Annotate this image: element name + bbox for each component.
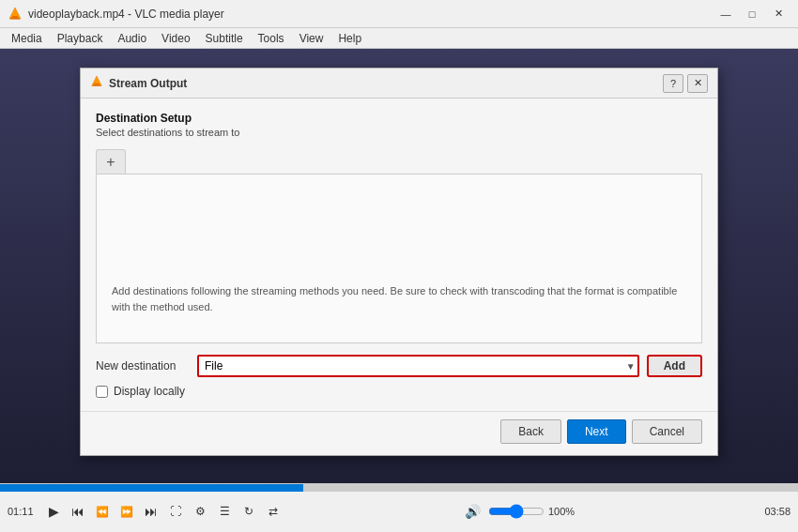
next-button[interactable]: ⏩ bbox=[115, 500, 138, 523]
progress-bar[interactable] bbox=[0, 484, 798, 492]
volume-percent: 100% bbox=[548, 506, 582, 517]
display-locally-checkbox[interactable] bbox=[96, 386, 108, 398]
dialog-help-button[interactable]: ? bbox=[663, 74, 683, 93]
add-destination-button[interactable]: Add bbox=[647, 355, 702, 377]
maximize-button[interactable]: □ bbox=[740, 5, 764, 23]
random-button[interactable]: ⇄ bbox=[262, 500, 284, 523]
menu-media[interactable]: Media bbox=[4, 30, 50, 47]
section-subtitle: Select destinations to stream to bbox=[96, 127, 702, 138]
tab-bar: + bbox=[96, 149, 702, 175]
extended-settings-button[interactable]: ⚙ bbox=[189, 500, 211, 523]
dialog-title: Stream Output bbox=[109, 77, 663, 90]
destination-select-wrapper: File Display HTTP MMS RTP RTSP UDP ▼ bbox=[197, 355, 639, 377]
dialog-controls: ? ✕ bbox=[663, 74, 708, 93]
dialog-content: Destination Setup Select destinations to… bbox=[81, 99, 717, 411]
new-destination-row: New destination File Display HTTP MMS RT… bbox=[96, 355, 702, 377]
menu-bar: Media Playback Audio Video Subtitle Tool… bbox=[0, 28, 798, 49]
dialog-close-button[interactable]: ✕ bbox=[687, 74, 708, 93]
svg-rect-2 bbox=[10, 18, 20, 20]
window-close-button[interactable]: ✕ bbox=[766, 5, 790, 23]
player-bar: 01:11 ▶ ⏮ ⏪ ⏩ ⏭ ⛶ ⚙ ☰ ↻ ⇄ 🔊 100% 03:58 bbox=[0, 483, 798, 532]
volume-slider[interactable] bbox=[488, 504, 545, 519]
player-controls: 01:11 ▶ ⏮ ⏪ ⏩ ⏭ ⛶ ⚙ ☰ ↻ ⇄ 🔊 100% 03:58 bbox=[0, 492, 798, 531]
loop-button[interactable]: ↻ bbox=[238, 500, 260, 523]
total-time: 03:58 bbox=[757, 506, 790, 517]
prev-button[interactable]: ⏪ bbox=[91, 500, 114, 523]
destination-select[interactable]: File Display HTTP MMS RTP RTSP UDP bbox=[197, 355, 639, 377]
add-tab-icon: + bbox=[106, 154, 115, 171]
stream-output-dialog: Stream Output ? ✕ Destination Setup Sele… bbox=[80, 68, 718, 456]
menu-audio[interactable]: Audio bbox=[110, 30, 154, 47]
app-icon bbox=[8, 7, 23, 22]
menu-subtitle[interactable]: Subtitle bbox=[198, 30, 251, 47]
display-locally-label[interactable]: Display locally bbox=[114, 385, 185, 398]
svg-rect-4 bbox=[94, 84, 99, 85]
next-button[interactable]: Next bbox=[567, 419, 626, 444]
add-tab-button[interactable]: + bbox=[96, 149, 126, 174]
svg-rect-5 bbox=[93, 85, 101, 86]
menu-view[interactable]: View bbox=[292, 30, 331, 47]
dialog-title-bar: Stream Output ? ✕ bbox=[81, 68, 717, 99]
mute-button[interactable]: 🔊 bbox=[461, 500, 483, 523]
window-title: videoplayback.mp4 - VLC media player bbox=[28, 8, 714, 21]
prev-frame-button[interactable]: ⏮ bbox=[67, 500, 89, 523]
fullscreen-button[interactable]: ⛶ bbox=[164, 500, 187, 523]
cancel-button[interactable]: Cancel bbox=[632, 419, 702, 444]
menu-tools[interactable]: Tools bbox=[251, 30, 292, 47]
section-title: Destination Setup bbox=[96, 112, 702, 125]
dialog-footer: Back Next Cancel bbox=[81, 411, 717, 455]
menu-video[interactable]: Video bbox=[154, 30, 197, 47]
dialog-icon bbox=[90, 75, 103, 91]
play-button[interactable]: ▶ bbox=[42, 500, 65, 523]
display-locally-row: Display locally bbox=[96, 385, 702, 398]
next-frame-button[interactable]: ⏭ bbox=[140, 500, 162, 523]
dialog-overlay: Stream Output ? ✕ Destination Setup Sele… bbox=[0, 49, 798, 532]
destination-content-area: Add destinations following the streaming… bbox=[96, 175, 702, 343]
svg-rect-1 bbox=[12, 16, 18, 18]
menu-help[interactable]: Help bbox=[330, 30, 369, 47]
title-bar: videoplayback.mp4 - VLC media player — □… bbox=[0, 0, 798, 28]
minimize-button[interactable]: — bbox=[714, 5, 738, 23]
playlist-button[interactable]: ☰ bbox=[213, 500, 236, 523]
progress-fill bbox=[0, 484, 303, 492]
menu-playback[interactable]: Playback bbox=[50, 30, 111, 47]
current-time: 01:11 bbox=[8, 506, 41, 517]
destination-label: New destination bbox=[96, 359, 190, 372]
back-button[interactable]: Back bbox=[500, 419, 561, 444]
info-text: Add destinations following the streaming… bbox=[112, 283, 686, 314]
window-controls: — □ ✕ bbox=[714, 5, 790, 23]
